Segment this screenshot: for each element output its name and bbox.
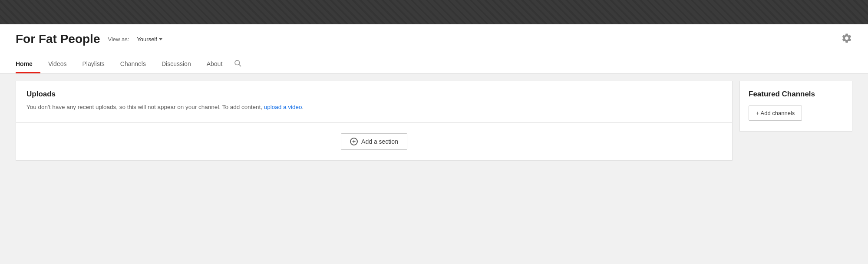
uploads-title: Uploads [26,90,722,99]
featured-channels-card: Featured Channels + Add channels [739,81,852,132]
left-column: Uploads You don't have any recent upload… [16,81,733,161]
uploads-period: . [302,104,304,110]
uploads-section: Uploads You don't have any recent upload… [16,81,733,123]
channel-title-area: For Fat People View as: Yourself [16,32,162,46]
channel-nav: Home Videos Playlists Channels Discussio… [0,54,868,74]
view-as-label: View as: [108,36,129,43]
add-section-area: + Add a section [16,123,733,161]
add-section-button[interactable]: + Add a section [341,133,407,150]
gear-button[interactable] [841,33,852,46]
add-section-label: Add a section [361,138,398,145]
upload-video-link[interactable]: upload a video [264,104,302,110]
tab-discussion[interactable]: Discussion [154,54,199,73]
view-as-dropdown[interactable]: Yourself [137,36,162,43]
add-channels-button[interactable]: + Add channels [749,106,802,121]
view-as-value-text: Yourself [137,36,157,43]
tab-playlists[interactable]: Playlists [74,54,112,73]
tab-home[interactable]: Home [16,54,40,73]
channel-title: For Fat People [16,32,100,46]
right-column: Featured Channels + Add channels [739,81,852,161]
plus-circle-icon: + [350,138,358,145]
chevron-down-icon [159,38,162,40]
search-icon[interactable] [234,59,241,69]
tab-about[interactable]: About [199,54,231,73]
uploads-message-text: You don't have any recent uploads, so th… [26,104,262,110]
tab-channels[interactable]: Channels [112,54,154,73]
main-content: Uploads You don't have any recent upload… [0,74,868,168]
channel-header: For Fat People View as: Yourself [0,24,868,54]
gear-icon [841,33,852,44]
featured-channels-title: Featured Channels [749,90,843,99]
channel-banner [0,0,868,24]
uploads-message: You don't have any recent uploads, so th… [26,104,722,110]
svg-line-1 [239,64,241,66]
tab-videos[interactable]: Videos [40,54,75,73]
